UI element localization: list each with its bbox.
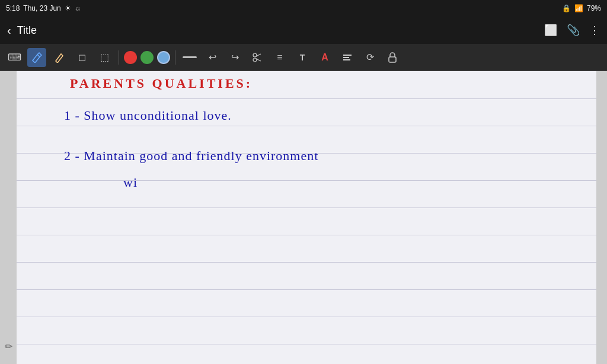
wifi-icon: 📶 — [574, 4, 583, 12]
open-book-icon[interactable]: ⬜ — [544, 24, 557, 37]
line-6 — [17, 235, 596, 235]
ruled-lines — [17, 71, 596, 364]
pencil-tool[interactable] — [50, 48, 69, 67]
status-left: 5:18 Thu, 23 Jun ☀ ☼ — [6, 4, 81, 12]
line-9 — [17, 317, 596, 317]
attach-icon[interactable]: 📎 — [567, 24, 580, 37]
redo-button[interactable]: ↪ — [225, 48, 244, 67]
line-2 — [17, 126, 596, 126]
more-options-icon[interactable]: ⋮ — [589, 24, 600, 37]
align-tool[interactable] — [338, 48, 357, 67]
notebook: PARENTS QUALITIES: 1 - Show unconditiona… — [17, 71, 596, 364]
text-format-tool[interactable]: T — [293, 48, 312, 67]
svg-rect-5 — [343, 57, 349, 58]
color-green[interactable] — [140, 51, 154, 64]
lock-tool[interactable] — [383, 48, 402, 67]
color-red[interactable] — [124, 51, 137, 64]
left-handle: ✏ — [0, 71, 17, 364]
svg-rect-6 — [343, 59, 350, 60]
nav-bar: ‹ Title ⬜ 📎 ⋮ — [0, 17, 607, 44]
line-3 — [17, 153, 596, 154]
svg-rect-7 — [389, 57, 396, 62]
undo-button[interactable]: ↩ — [203, 48, 222, 67]
status-time: 5:18 — [6, 4, 20, 12]
keyboard-tool[interactable]: ⌨ — [5, 48, 24, 67]
highlight-tool[interactable]: A — [315, 48, 334, 67]
status-bar: 5:18 Thu, 23 Jun ☀ ☼ 🔒 📶 79% — [0, 0, 607, 17]
line-8 — [17, 289, 596, 290]
line-7 — [17, 262, 596, 263]
status-date: Thu, 23 Jun — [23, 4, 60, 12]
battery-level: 79% — [587, 4, 601, 12]
line-10 — [17, 344, 596, 344]
color-blue[interactable] — [157, 51, 170, 64]
left-pencil-icon: ✏ — [5, 341, 12, 352]
scissors-tool[interactable] — [248, 48, 267, 67]
brightness-icon: ☀ — [65, 4, 71, 12]
separator-2 — [175, 50, 175, 65]
lock-icon: 🔒 — [562, 4, 571, 12]
line-tool[interactable] — [180, 48, 199, 67]
toolbar: ⌨ ◻ ⬚ ↩ ↪ ≡ T A ⟳ — [0, 44, 607, 71]
select-tool[interactable]: ⬚ — [95, 48, 114, 67]
nav-title: Title — [17, 24, 544, 37]
line-1 — [17, 98, 596, 99]
eraser-tool[interactable]: ◻ — [72, 48, 91, 67]
status-right: 🔒 📶 79% — [562, 4, 601, 12]
svg-rect-4 — [343, 55, 352, 56]
pen-tool[interactable] — [27, 48, 46, 67]
lasso-tool[interactable]: ⟳ — [360, 48, 379, 67]
back-button[interactable]: ‹ — [7, 24, 11, 37]
paragraph-tool[interactable]: ≡ — [270, 48, 289, 67]
screen-icon: ☼ — [75, 4, 81, 12]
nav-icons: ⬜ 📎 ⋮ — [544, 24, 600, 37]
right-handle — [596, 71, 607, 364]
line-5 — [17, 207, 596, 208]
separator-1 — [119, 50, 119, 65]
line-4 — [17, 180, 596, 181]
